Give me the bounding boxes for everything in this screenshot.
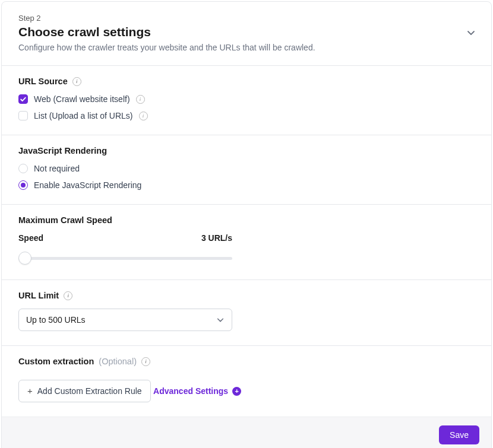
check-icon — [20, 97, 26, 102]
select-value: Up to 500 URLs — [26, 315, 86, 325]
radio-not-required[interactable] — [18, 164, 28, 173]
add-extraction-rule-button[interactable]: + Add Custom Extraction Rule — [18, 380, 151, 402]
option-label: Enable JavaScript Rendering — [34, 180, 141, 190]
radio-enable[interactable] — [18, 180, 28, 190]
page-subtitle: Configure how the crawler treats your we… — [18, 43, 475, 52]
speed-readout: Speed 3 URL/s — [18, 233, 232, 243]
url-source-web-option[interactable]: Web (Crawl website itself) i — [18, 94, 475, 104]
js-rendering-title: JavaScript Rendering — [18, 146, 475, 155]
crawl-speed-title: Maximum Crawl Speed — [18, 215, 475, 225]
chevron-down-icon — [466, 28, 476, 37]
section-title-label: JavaScript Rendering — [18, 146, 107, 155]
js-rendering-section: JavaScript Rendering Not required Enable… — [2, 135, 491, 204]
advanced-settings-toggle[interactable]: Advanced Settings + — [153, 386, 241, 396]
checkbox-list[interactable] — [18, 111, 28, 120]
card-header: Step 2 Choose crawl settings Configure h… — [2, 2, 491, 65]
save-button[interactable]: Save — [439, 425, 479, 444]
slider-track — [18, 257, 232, 260]
url-source-title: URL Source i — [18, 77, 475, 86]
plus-circle-icon: + — [232, 387, 241, 396]
option-label: Web (Crawl website itself) — [34, 94, 130, 104]
url-limit-select[interactable]: Up to 500 URLs — [18, 309, 232, 331]
slider-thumb[interactable] — [18, 252, 31, 265]
crawl-settings-card: Step 2 Choose crawl settings Configure h… — [1, 1, 492, 448]
speed-label: Speed — [18, 233, 43, 243]
checkbox-web[interactable] — [18, 94, 28, 104]
section-title-label: URL Limit — [18, 291, 59, 300]
js-not-required-option[interactable]: Not required — [18, 164, 475, 173]
crawl-speed-section: Maximum Crawl Speed Speed 3 URL/s — [2, 204, 491, 279]
info-icon[interactable]: i — [136, 95, 145, 104]
advanced-label: Advanced Settings — [153, 386, 228, 396]
info-icon[interactable]: i — [139, 112, 148, 120]
step-label: Step 2 — [18, 14, 475, 23]
info-icon[interactable]: i — [72, 77, 81, 86]
chevron-down-icon — [216, 316, 225, 324]
url-source-section: URL Source i Web (Crawl website itself) … — [2, 65, 491, 135]
button-label: Add Custom Extraction Rule — [37, 386, 142, 396]
custom-extraction-title: Custom extraction (Optional) i — [18, 357, 475, 366]
custom-extraction-section: Custom extraction (Optional) i + Add Cus… — [2, 345, 491, 417]
option-label: List (Upload a list of URLs) — [34, 111, 133, 120]
option-label: Not required — [34, 164, 80, 173]
section-title-label: Custom extraction — [18, 357, 94, 366]
speed-slider[interactable] — [18, 251, 232, 265]
info-icon[interactable]: i — [141, 357, 150, 366]
page-title: Choose crawl settings — [18, 25, 475, 39]
speed-value: 3 URL/s — [201, 233, 232, 243]
js-enable-option[interactable]: Enable JavaScript Rendering — [18, 180, 475, 190]
card-footer: Save — [2, 417, 491, 449]
optional-label: (Optional) — [99, 357, 137, 366]
plus-icon: + — [27, 386, 33, 395]
url-limit-title: URL Limit i — [18, 291, 475, 300]
collapse-toggle[interactable] — [466, 28, 476, 37]
info-icon[interactable]: i — [64, 291, 72, 300]
section-title-label: URL Source — [18, 77, 68, 86]
url-limit-section: URL Limit i Up to 500 URLs — [2, 279, 491, 345]
section-title-label: Maximum Crawl Speed — [18, 215, 112, 225]
url-source-list-option[interactable]: List (Upload a list of URLs) i — [18, 111, 475, 120]
